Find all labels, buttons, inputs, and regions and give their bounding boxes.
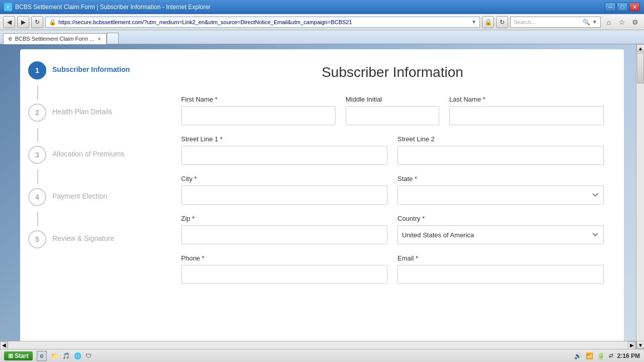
status-left: ⊞ Start e 📁 🎵 🌐 🛡 xyxy=(4,351,92,361)
search-placeholder: Search... xyxy=(514,19,536,25)
volume-icon: 🔊 xyxy=(574,352,582,359)
city-input[interactable] xyxy=(181,186,387,205)
network-icon: 📶 xyxy=(586,352,593,359)
step-5-circle: 5 xyxy=(28,230,46,248)
new-tab[interactable] xyxy=(107,33,119,44)
search-dropdown-icon[interactable]: ▼ xyxy=(592,19,597,25)
last-name-input[interactable] xyxy=(449,106,604,125)
phone-input[interactable] xyxy=(181,265,387,284)
zip-input[interactable] xyxy=(181,225,387,244)
status-right: 🔊 📶 🔋 ⇄ 2:16 PM xyxy=(574,352,640,359)
name-row: First Name * Middle Initial Last Name * xyxy=(181,96,604,125)
connector-1-2 xyxy=(37,85,38,100)
start-button[interactable]: ⊞ Start xyxy=(4,351,33,360)
clock: 2:16 PM xyxy=(617,352,640,359)
step-3-circle: 3 xyxy=(28,146,46,164)
search-bar[interactable]: Search... 🔍 ▼ xyxy=(510,17,601,28)
scroll-right-button[interactable]: ▶ xyxy=(628,341,636,349)
maximize-button[interactable]: □ xyxy=(617,3,628,12)
ie-taskbar[interactable]: e xyxy=(37,351,47,361)
country-group: Country * United States of America Canad… xyxy=(397,215,604,244)
lock-icon-btn[interactable]: 🔒 xyxy=(482,16,494,28)
first-name-label: First Name * xyxy=(181,96,336,103)
step-1-circle: 1 xyxy=(28,61,46,79)
scroll-left-button[interactable]: ◀ xyxy=(0,341,8,349)
step-3-label: Allocation of Premiums xyxy=(52,146,124,158)
main-container: 1 Subscriber Information 2 Health Plan D… xyxy=(20,49,624,344)
street-line1-input[interactable] xyxy=(181,146,387,165)
zip-country-row: Zip * Country * United States of America… xyxy=(181,215,604,244)
search-icon[interactable]: 🔍 xyxy=(583,19,590,26)
back-button[interactable]: ◀ xyxy=(3,16,15,28)
connector-3-4 xyxy=(37,170,38,184)
street-line2-group: Street Line 2 xyxy=(397,135,604,165)
form-area: Subscriber Information First Name * Midd… xyxy=(161,49,624,344)
battery-icon: 🔋 xyxy=(597,352,605,359)
country-select[interactable]: United States of America Canada Mexico xyxy=(397,225,604,244)
refresh-button[interactable]: ↻ xyxy=(31,16,43,28)
last-name-label: Last Name * xyxy=(449,96,604,103)
state-label: State * xyxy=(397,175,604,183)
forward-button[interactable]: ▶ xyxy=(17,16,29,28)
connector-2-3 xyxy=(37,128,38,142)
active-tab[interactable]: e BCBS Settlement Claim Form ... ✕ xyxy=(3,33,107,44)
connector-4-5 xyxy=(37,212,38,226)
minimize-button[interactable]: ─ xyxy=(605,3,616,12)
zip-label: Zip * xyxy=(181,215,387,222)
url-text: https://secure.bcbssettlement.com/?utm_m… xyxy=(58,19,469,25)
street-line2-label: Street Line 2 xyxy=(397,135,604,143)
status-bar: ⊞ Start e 📁 🎵 🌐 🛡 🔊 📶 🔋 ⇄ 2:16 PM xyxy=(0,349,644,362)
page-title: Subscriber Information xyxy=(181,64,604,80)
email-label: Email * xyxy=(397,254,604,262)
security-icon[interactable]: 🛡 xyxy=(86,352,92,359)
state-group: State * Alabama California New York Texa… xyxy=(397,175,604,205)
chrome-icon[interactable]: 🌐 xyxy=(74,352,82,359)
tab-label: BCBS Settlement Claim Form ... xyxy=(15,36,95,42)
scroll-thumb[interactable] xyxy=(637,53,644,83)
horizontal-scrollbar[interactable]: ◀ ▶ xyxy=(0,341,636,349)
street-line1-label: Street Line 1 * xyxy=(181,135,387,143)
phone-email-row: Phone * Email * xyxy=(181,254,604,284)
favorites-button[interactable]: ☆ xyxy=(616,16,628,28)
middle-initial-group: Middle Initial xyxy=(346,96,439,125)
phone-group: Phone * xyxy=(181,254,387,284)
close-button[interactable]: ✕ xyxy=(629,3,640,12)
explorer-icon[interactable]: 📁 xyxy=(51,352,58,359)
media-icon[interactable]: 🎵 xyxy=(62,352,70,359)
window-title: BCBS Settlement Claim Form | Subscriber … xyxy=(15,4,211,11)
step-1-label: Subscriber Information xyxy=(52,61,130,74)
settings-button[interactable]: ⚙ xyxy=(629,16,641,28)
window-icon: e xyxy=(4,3,12,11)
step-1[interactable]: 1 Subscriber Information xyxy=(28,59,153,81)
street-line1-group: Street Line 1 * xyxy=(181,135,387,165)
title-bar: e BCBS Settlement Claim Form | Subscribe… xyxy=(0,0,644,14)
step-4-circle: 4 xyxy=(28,188,46,206)
scroll-down-button[interactable]: ▼ xyxy=(636,341,644,349)
step-4-label: Payment Election xyxy=(52,188,107,201)
phone-label: Phone * xyxy=(181,254,387,262)
reload-button[interactable]: ↻ xyxy=(496,16,508,28)
scroll-up-button[interactable]: ▲ xyxy=(636,44,644,52)
state-select[interactable]: Alabama California New York Texas xyxy=(397,186,604,205)
city-label: City * xyxy=(181,175,387,183)
window-controls: ─ □ ✕ xyxy=(605,3,640,12)
email-input[interactable] xyxy=(397,265,604,284)
zip-group: Zip * xyxy=(181,215,387,244)
step-3[interactable]: 3 Allocation of Premiums xyxy=(28,144,153,166)
home-button[interactable]: ⌂ xyxy=(603,16,615,28)
first-name-group: First Name * xyxy=(181,96,336,125)
step-2[interactable]: 2 Health Plan Details xyxy=(28,102,153,124)
status-arrows: ⇄ xyxy=(609,352,613,359)
step-4[interactable]: 4 Payment Election xyxy=(28,186,153,208)
step-5[interactable]: 5 Review & Signature xyxy=(28,228,153,250)
street-row: Street Line 1 * Street Line 2 xyxy=(181,135,604,165)
middle-initial-input[interactable] xyxy=(346,106,439,125)
scrollbar-track[interactable]: ▲ ▼ xyxy=(636,44,644,349)
street-line2-input[interactable] xyxy=(397,146,604,165)
address-bar[interactable]: 🔒 https://secure.bcbssettlement.com/?utm… xyxy=(45,17,480,28)
email-group: Email * xyxy=(397,254,604,284)
step-2-circle: 2 xyxy=(28,104,46,122)
tab-close-button[interactable]: ✕ xyxy=(97,36,101,42)
country-label: Country * xyxy=(397,215,604,222)
first-name-input[interactable] xyxy=(181,106,336,125)
